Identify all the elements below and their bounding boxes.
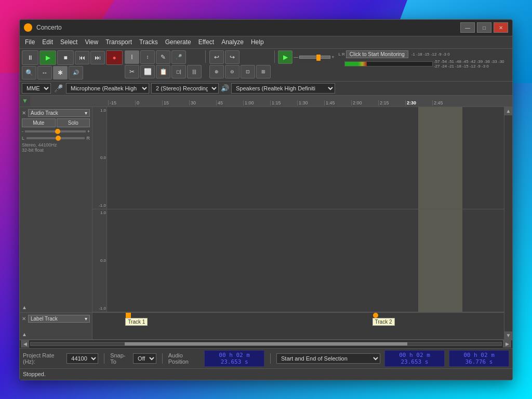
undo-button[interactable]: ↩ <box>209 50 224 64</box>
zoom-out-button[interactable]: ⊖ <box>225 65 240 78</box>
vu-r-label: R <box>342 52 345 57</box>
menu-select[interactable]: Select <box>57 37 81 47</box>
toolbar-area: ⏸ ▶ ■ ⏮ ⏭ ● 🔍 ↔ ✱ 🔊 I ↕ <box>20 49 512 82</box>
silence-button[interactable]: ||| <box>187 65 202 78</box>
fit-all-button[interactable]: ⊞ <box>256 65 271 78</box>
green-play-button[interactable]: ▶ <box>278 50 292 64</box>
ruler-mark: 2:00 <box>351 100 378 105</box>
pan-slider[interactable] <box>26 137 84 139</box>
multi-tool[interactable]: ✱ <box>53 66 68 79</box>
waveform-canvas-bottom[interactable] <box>107 209 504 312</box>
timeline-ruler[interactable]: ▼ -15 0 15 30 45 1:00 1:15 1:30 1:45 2:0… <box>20 96 512 107</box>
solo-button[interactable]: Solo <box>57 118 90 127</box>
selection-highlight-bottom <box>418 209 462 312</box>
draw-tool[interactable]: ✎ <box>156 50 170 64</box>
label-track-close-button[interactable]: ✕ <box>22 316 26 322</box>
status-bar: Stopped. <box>20 368 512 380</box>
fit-selection-button[interactable]: ⊡ <box>241 65 255 78</box>
pan-r-label: R <box>87 136 90 141</box>
ruler-marks: -15 0 15 30 45 1:00 1:15 1:30 1:45 2:00 … <box>108 100 512 105</box>
play-button[interactable]: ▶ <box>39 50 56 65</box>
scroll-up-arrow[interactable]: ▲ <box>504 107 513 115</box>
hscroll-track[interactable] <box>30 342 502 346</box>
menu-file[interactable]: File <box>22 37 38 47</box>
menu-edit[interactable]: Edit <box>39 37 56 47</box>
label-flag-1 <box>126 313 131 318</box>
scroll-right-arrow[interactable]: ▶ <box>503 340 511 348</box>
trim-button[interactable]: ◻| <box>171 65 186 78</box>
scroll-down-arrow[interactable]: ▼ <box>504 331 513 340</box>
zoom-in-tool[interactable]: 🔍 <box>22 66 36 79</box>
ruler-mark: 0 <box>135 100 162 105</box>
label-track-title[interactable]: Label Track ▾ <box>28 315 90 323</box>
ruler-mark: 15 <box>162 100 189 105</box>
maximize-button[interactable]: □ <box>477 22 491 33</box>
audio-position-display[interactable]: 00 h 02 m 23.653 s <box>204 350 264 367</box>
label-area[interactable]: Track 1 Track 2 <box>92 313 504 339</box>
tracks-container: ✕ Audio Track ▾ Mute Solo - <box>20 107 512 348</box>
ruler-mark: 30 <box>189 100 216 105</box>
label-marker-1: Track 1 <box>125 313 148 326</box>
menu-analyze[interactable]: Analyze <box>218 37 247 47</box>
track-expand-button[interactable]: ▲ <box>22 304 90 310</box>
menu-generate[interactable]: Generate <box>162 37 194 47</box>
app-icon <box>24 23 32 32</box>
selection-type-select[interactable]: Start and End of Selection <box>276 353 380 364</box>
label-text-2[interactable]: Track 2 <box>373 318 395 326</box>
horizontal-scrollbar[interactable]: ◀ ▶ <box>20 340 512 348</box>
ruler-mark: 45 <box>216 100 243 105</box>
pause-button[interactable]: ⏸ <box>22 50 38 65</box>
menu-help[interactable]: Help <box>248 37 267 47</box>
vertical-scrollbar[interactable]: ▲ ▼ <box>504 107 512 340</box>
vu-l-label: L <box>338 52 340 57</box>
waveform-canvas-top[interactable] <box>107 107 504 209</box>
track-close-button[interactable]: ✕ <box>22 110 26 116</box>
api-select[interactable]: MME <box>22 83 51 94</box>
move-tool[interactable]: ↔ <box>37 66 52 79</box>
scroll-track[interactable] <box>504 115 512 331</box>
menu-effect[interactable]: Effect <box>195 37 217 47</box>
menu-tracks[interactable]: Tracks <box>136 37 161 47</box>
minimize-button[interactable]: — <box>460 22 475 33</box>
label-track-expand[interactable]: ▲ <box>22 331 90 337</box>
chevron-down-icon2: ▾ <box>85 316 87 322</box>
zoom-in-button[interactable]: ⊕ <box>209 65 224 78</box>
channels-select[interactable]: 2 (Stereo) Recording Channels <box>151 83 219 94</box>
waveform-scale-bottom: 1.0 0.0 -1.0 <box>92 209 107 312</box>
redo-button[interactable]: ↪ <box>225 50 240 64</box>
close-button[interactable]: ✕ <box>494 22 508 33</box>
menu-transport[interactable]: Transport <box>102 37 135 47</box>
envelope-tool[interactable]: ↕ <box>140 50 155 64</box>
record-button[interactable]: ● <box>106 50 123 65</box>
selection-start-display[interactable]: 00 h 02 m 23.653 s <box>384 350 445 367</box>
input-device-select[interactable]: Microphone (Realtek High Defini <box>66 83 149 94</box>
output-device-select[interactable]: Speakers (Realtek High Definiti <box>231 83 335 94</box>
cut-button[interactable]: ✂ <box>125 65 139 78</box>
copy-button[interactable]: ⬜ <box>140 65 155 78</box>
mute-button[interactable]: Mute <box>22 118 56 127</box>
audio-track-title[interactable]: Audio Track ▾ <box>28 109 90 117</box>
track-info: Stereo, 44100Hz 32-bit float <box>22 142 90 153</box>
skip-back-button[interactable]: ⏮ <box>75 51 89 64</box>
menu-view[interactable]: View <box>82 37 101 47</box>
project-rate-label: Project Rate (Hz): <box>23 352 62 365</box>
mic-tool[interactable]: 🎤 <box>171 50 186 64</box>
skip-forward-button[interactable]: ⏭ <box>90 51 105 64</box>
label-text-1[interactable]: Track 1 <box>125 318 148 326</box>
select-tool[interactable]: I <box>125 50 139 64</box>
paste-button[interactable]: 📋 <box>156 65 170 78</box>
waveform-scale-top: 1.0 0.0 -1.0 <box>92 107 107 209</box>
hscroll-thumb[interactable] <box>125 342 407 345</box>
speaker-tool[interactable]: 🔊 <box>69 66 83 79</box>
waveform-bottom: 1.0 0.0 -1.0 <box>92 209 504 312</box>
project-rate-select[interactable]: 44100 <box>66 353 98 364</box>
menu-bar: File Edit Select View Transport Tracks G… <box>20 36 512 49</box>
start-monitoring-button[interactable]: Click to Start Monitoring <box>346 50 408 58</box>
vu-meter-section: L R Click to Start Monitoring -1 -18 -15… <box>338 50 510 69</box>
stop-button[interactable]: ■ <box>57 50 74 65</box>
snapto-select[interactable]: Off <box>133 353 156 364</box>
selection-end-display[interactable]: 00 h 02 m 36.776 s <box>449 350 509 367</box>
scroll-left-arrow[interactable]: ◀ <box>21 340 29 348</box>
gain-slider[interactable] <box>25 130 86 132</box>
bottom-bar: Project Rate (Hz): 44100 Snap-To Off Aud… <box>20 348 512 368</box>
